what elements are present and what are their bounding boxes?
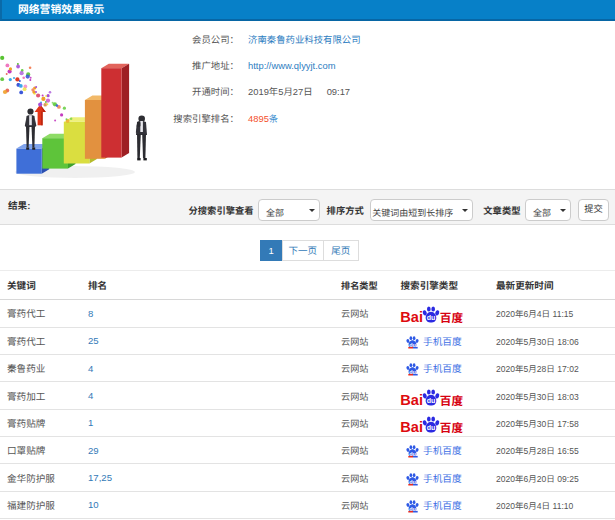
svg-text:Bai: Bai [400,392,423,406]
svg-text:du: du [427,315,436,322]
svg-text:du: du [409,342,416,348]
svg-text:du: du [427,397,436,404]
svg-text:du: du [409,369,416,375]
svg-text:手机百度: 手机百度 [423,334,462,348]
svg-text:Bai: Bai [400,419,423,433]
svg-text:手机百度: 手机百度 [423,498,462,512]
svg-text:Bai: Bai [400,310,423,324]
svg-text:手机百度: 手机百度 [423,361,462,375]
svg-text:手机百度: 手机百度 [423,471,462,485]
svg-text:手机百度: 手机百度 [423,443,462,457]
svg-text:du: du [409,478,416,484]
svg-text:du: du [427,424,436,431]
svg-text:du: du [409,451,416,457]
svg-text:du: du [409,506,416,512]
svg-text:百度: 百度 [440,309,464,323]
svg-text:百度: 百度 [440,419,464,433]
svg-text:百度: 百度 [440,391,464,405]
